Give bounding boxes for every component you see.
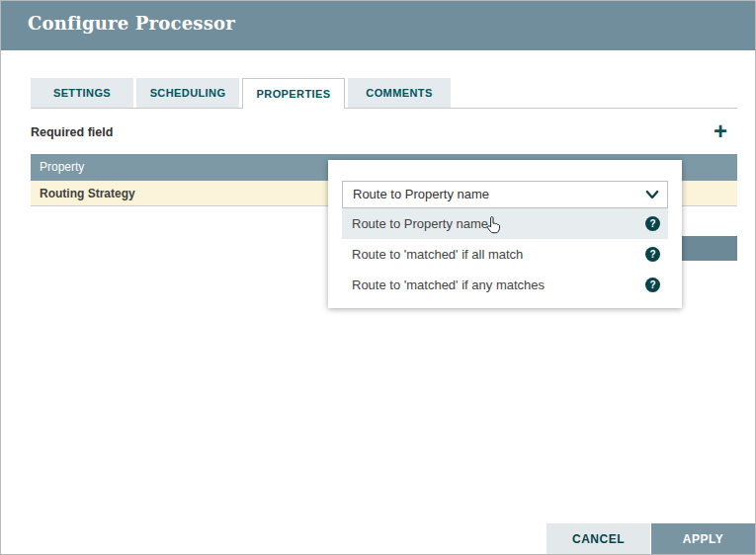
option-label: Route to 'matched' if all match [352,247,523,262]
chevron-down-icon [643,186,661,203]
tab-settings[interactable]: SETTINGS [31,78,133,108]
required-field-label: Required field [31,125,113,139]
plus-icon: + [714,118,727,144]
option-label: Route to 'matched' if any matches [352,278,545,292]
combo-options-list: Route to Property name ? Route to 'match… [342,208,668,300]
option-label: Route to Property name [352,216,488,231]
combo-selected-value: Route to Property name [353,182,489,207]
dialog-header: Configure Processor [1,1,755,50]
dialog-title: Configure Processor [28,13,235,34]
routing-strategy-combo[interactable]: Route to Property name [342,181,668,208]
configure-processor-dialog: Configure Processor SETTINGS SCHEDULING … [0,0,756,555]
help-icon[interactable]: ? [645,247,660,262]
apply-button[interactable]: APPLY [651,523,755,555]
tab-properties[interactable]: PROPERTIES [242,78,345,109]
tab-comments[interactable]: COMMENTS [348,78,451,108]
option-route-to-property-name[interactable]: Route to Property name ? [342,208,668,239]
help-icon[interactable]: ? [645,216,660,231]
cancel-button[interactable]: CANCEL [546,523,650,555]
value-editor-panel: Route to Property name Route to Property… [328,160,682,308]
add-property-button[interactable]: + [707,118,734,145]
help-icon[interactable]: ? [645,278,660,292]
option-route-matched-all[interactable]: Route to 'matched' if all match ? [342,239,668,270]
option-route-matched-any[interactable]: Route to 'matched' if any matches ? [342,270,668,300]
property-name-cell: Routing Strategy [40,187,135,200]
tab-bar: SETTINGS SCHEDULING PROPERTIES COMMENTS [31,78,737,109]
tab-scheduling[interactable]: SCHEDULING [136,78,239,108]
